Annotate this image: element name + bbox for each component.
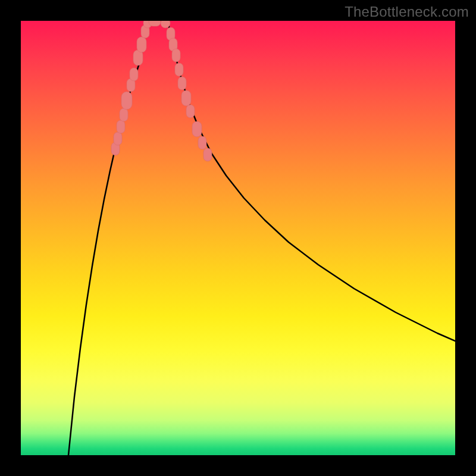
marker-right-overlay-5 xyxy=(181,90,191,106)
marker-left-overlay-4 xyxy=(121,92,132,109)
curve-left-branch xyxy=(68,21,148,455)
marker-right-overlay-9 xyxy=(203,148,212,161)
marker-left-overlay-6 xyxy=(130,68,138,81)
marker-right-overlay-8 xyxy=(198,136,206,149)
marker-right-overlay-7 xyxy=(192,121,202,137)
marker-right-overlay-6 xyxy=(186,105,195,118)
marker-right-overlay-3 xyxy=(175,63,183,76)
watermark-text: TheBottleneck.com xyxy=(345,4,469,20)
marker-left-overlay-8 xyxy=(137,37,146,52)
marker-left-overlay-2 xyxy=(117,120,125,133)
marker-left-overlay-3 xyxy=(120,108,128,121)
curve-right-branch xyxy=(168,21,455,341)
marker-left-overlay-1 xyxy=(114,132,122,145)
chart-frame: TheBottleneck.com xyxy=(0,0,476,476)
marker-right-overlay-2 xyxy=(172,49,180,62)
chart-svg xyxy=(21,21,455,455)
marker-bottom-overlay-1 xyxy=(149,21,161,26)
marker-right-overlay-4 xyxy=(178,77,186,90)
plot-area xyxy=(21,21,455,455)
